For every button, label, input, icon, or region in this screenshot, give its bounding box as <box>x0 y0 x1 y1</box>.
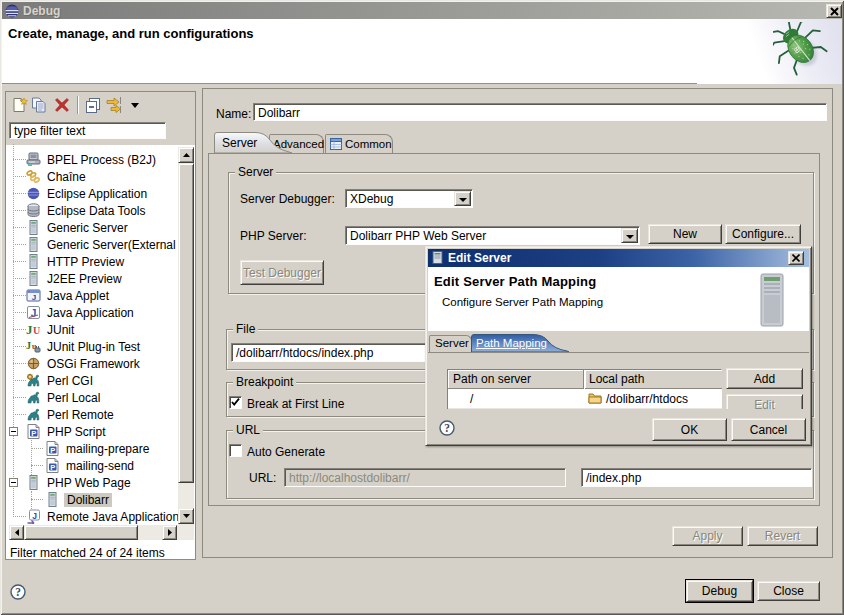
svg-text:?: ? <box>15 586 21 598</box>
svg-text:?: ? <box>444 422 450 434</box>
